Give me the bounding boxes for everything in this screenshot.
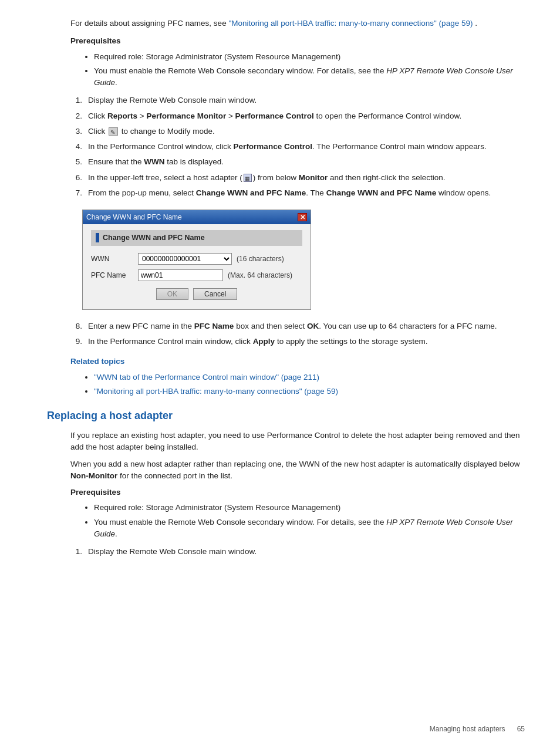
related-link-1[interactable]: "WWN tab of the Performance Control main…: [94, 373, 319, 382]
replacing-steps-list: 1. Display the Remote Web Console main w…: [70, 546, 525, 558]
replacing-para-2: When you add a new host adapter rather t…: [70, 458, 525, 482]
steps-after-list: 8. Enter a new PFC name in the PFC Name …: [70, 320, 525, 348]
replacing-step-1-content: Display the Remote Web Console main wind…: [88, 546, 525, 558]
replacing-prerequisites-heading: Prerequisites: [70, 487, 525, 498]
wwn-hint: (16 characters): [237, 254, 284, 264]
dialog-inner-heading: Change WWN and PFC Name: [91, 230, 302, 246]
replacing-prereq-1: Required role: Storage Administrator (Sy…: [94, 502, 525, 514]
prereq-item-1: Required role: Storage Administrator (Sy…: [94, 51, 525, 63]
step-7-content: From the pop-up menu, select Change WWN …: [88, 187, 525, 199]
steps-list: 1. Display the Remote Web Console main w…: [70, 94, 525, 199]
dialog-inner-title: Change WWN and PFC Name: [103, 232, 205, 244]
dialog-buttons: OK Cancel: [91, 288, 302, 300]
wwn-row: WWN 000000000000001 (16 characters): [91, 253, 302, 265]
step-5: 5. Ensure that the WWN tab is displayed.: [70, 156, 525, 168]
related-item-1: "WWN tab of the Performance Control main…: [94, 372, 525, 383]
replacing-step-1: 1. Display the Remote Web Console main w…: [70, 546, 525, 558]
step-3: 3. Click to change to Modify mode.: [70, 126, 525, 137]
wwn-label: WWN: [91, 254, 133, 264]
change-wwn-dialog: Change WWN and PFC Name ✕ Change WWN and…: [82, 210, 311, 310]
footer-section: Managing host adapters: [430, 725, 505, 733]
step-1: 1. Display the Remote Web Console main w…: [70, 94, 525, 106]
step-2: 2. Click Reports > Performance Monitor >…: [70, 110, 525, 122]
related-topics-heading: Related topics: [70, 356, 525, 367]
step-7: 7. From the pop-up menu, select Change W…: [70, 187, 525, 199]
replacing-prereq-2: You must enable the Remote Web Console s…: [94, 517, 525, 541]
step-9: 9. In the Performance Control main windo…: [70, 336, 525, 347]
footer-spacer: [507, 725, 515, 733]
pfc-row: PFC Name (Max. 64 characters): [91, 269, 302, 281]
host-icon: [244, 174, 252, 182]
pfc-input[interactable]: [138, 269, 223, 281]
dialog-titlebar: Change WWN and PFC Name ✕: [83, 210, 311, 224]
step-9-content: In the Performance Control main window, …: [88, 336, 525, 347]
edit-icon: [109, 127, 118, 136]
step-8: 8. Enter a new PFC name in the PFC Name …: [70, 320, 525, 332]
step-1-content: Display the Remote Web Console main wind…: [88, 94, 525, 106]
related-topics-list: "WWN tab of the Performance Control main…: [94, 372, 525, 398]
replacing-section-title: Replacing a host adapter: [47, 408, 525, 424]
step-2-content: Click Reports > Performance Monitor > Pe…: [88, 110, 525, 122]
dialog-body: Change WWN and PFC Name WWN 000000000000…: [83, 224, 311, 309]
intro-period: .: [475, 19, 477, 28]
ok-button[interactable]: OK: [156, 288, 188, 300]
dialog-close-button[interactable]: ✕: [298, 213, 307, 221]
replacing-prerequisites-list: Required role: Storage Administrator (Sy…: [94, 502, 525, 540]
pfc-label: PFC Name: [91, 270, 133, 281]
step-4: 4. In the Performance Control window, cl…: [70, 141, 525, 153]
dialog-blue-bar: [96, 233, 99, 242]
related-link-2[interactable]: "Monitoring all port-HBA traffic: many-t…: [94, 387, 338, 396]
pfc-hint: (Max. 64 characters): [228, 270, 292, 281]
intro-link[interactable]: "Monitoring all port-HBA traffic: many-t…: [228, 19, 473, 28]
dialog-title: Change WWN and PFC Name: [86, 212, 182, 222]
step-5-content: Ensure that the WWN tab is displayed.: [88, 156, 525, 168]
step-8-content: Enter a new PFC name in the PFC Name box…: [88, 320, 525, 332]
prerequisites-heading: Prerequisites: [70, 35, 525, 47]
related-item-2: "Monitoring all port-HBA traffic: many-t…: [94, 386, 525, 397]
page-footer: Managing host adapters 65: [430, 724, 525, 734]
intro-text: For details about assigning PFC names, s…: [70, 19, 228, 28]
prerequisites-list: Required role: Storage Administrator (Sy…: [94, 51, 525, 89]
step-3-content: Click to change to Modify mode.: [88, 126, 525, 137]
step-4-content: In the Performance Control window, click…: [88, 141, 525, 153]
intro-paragraph: For details about assigning PFC names, s…: [70, 18, 525, 29]
wwn-dropdown[interactable]: 000000000000001: [138, 253, 232, 265]
replacing-para-1: If you replace an existing host adapter,…: [70, 430, 525, 454]
prereq-item-2: You must enable the Remote Web Console s…: [94, 65, 525, 89]
step-6: 6. In the upper-left tree, select a host…: [70, 172, 525, 184]
cancel-button[interactable]: Cancel: [193, 288, 237, 300]
step-6-content: In the upper-left tree, select a host ad…: [88, 172, 525, 184]
page-number: 65: [517, 725, 525, 733]
